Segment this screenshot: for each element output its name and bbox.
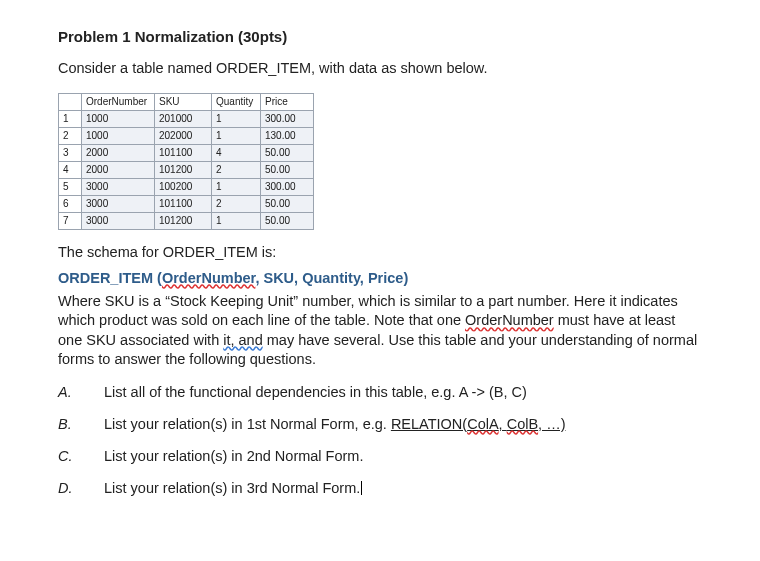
question-label: D. xyxy=(58,480,104,496)
body-it-and: it, and xyxy=(223,332,263,348)
cell-ordernumber: 3000 xyxy=(82,178,155,195)
cell-price: 130.00 xyxy=(261,127,314,144)
schema-definition: ORDER_ITEM (OrderNumber, SKU, Quantity, … xyxy=(58,270,702,286)
cell-ordernumber: 3000 xyxy=(82,212,155,229)
cell-sku: 101100 xyxy=(155,195,212,212)
cell-price: 300.00 xyxy=(261,178,314,195)
question-label: A. xyxy=(58,384,104,400)
row-number: 5 xyxy=(59,178,82,195)
qb-post: , …) xyxy=(538,416,565,432)
question-b: B. List your relation(s) in 1st Normal F… xyxy=(58,416,702,432)
row-number: 4 xyxy=(59,161,82,178)
question-label: C. xyxy=(58,448,104,464)
qb-colb: ColB xyxy=(507,416,538,432)
cell-sku: 100200 xyxy=(155,178,212,195)
cell-sku: 201000 xyxy=(155,110,212,127)
body-paragraph: Where SKU is a “Stock Keeping Unit” numb… xyxy=(58,292,702,370)
qb-relation-example: RELATION(ColA, ColB, …) xyxy=(391,416,566,432)
schema-intro: The schema for ORDER_ITEM is: xyxy=(58,244,702,260)
question-list: A. List all of the functional dependenci… xyxy=(58,384,702,496)
cell-ordernumber: 2000 xyxy=(82,144,155,161)
qb-relation: RELATION( xyxy=(391,416,467,432)
table-row: 1 1000 201000 1 300.00 xyxy=(59,110,314,127)
row-number: 3 xyxy=(59,144,82,161)
table-row: 3 2000 101100 4 50.00 xyxy=(59,144,314,161)
cell-quantity: 1 xyxy=(212,212,261,229)
question-text: List your relation(s) in 1st Normal Form… xyxy=(104,416,565,432)
question-c: C. List your relation(s) in 2nd Normal F… xyxy=(58,448,702,464)
row-number: 2 xyxy=(59,127,82,144)
cell-quantity: 1 xyxy=(212,178,261,195)
table-body: 1 1000 201000 1 300.00 2 1000 202000 1 1… xyxy=(59,110,314,229)
cell-quantity: 1 xyxy=(212,127,261,144)
qd-text: List your relation(s) in 3rd Normal Form… xyxy=(104,480,360,496)
col-header-quantity: Quantity xyxy=(212,93,261,110)
table-row: 6 3000 101100 2 50.00 xyxy=(59,195,314,212)
qb-cola: ColA xyxy=(467,416,498,432)
intro-paragraph: Consider a table named ORDER_ITEM, with … xyxy=(58,59,702,79)
problem-title: Problem 1 Normalization (30pts) xyxy=(58,28,702,45)
question-text: List your relation(s) in 3rd Normal Form… xyxy=(104,480,362,496)
qb-mid: , xyxy=(499,416,507,432)
cell-sku: 101200 xyxy=(155,161,212,178)
cell-price: 50.00 xyxy=(261,212,314,229)
cell-quantity: 1 xyxy=(212,110,261,127)
table-row: 4 2000 101200 2 50.00 xyxy=(59,161,314,178)
row-number: 1 xyxy=(59,110,82,127)
col-header-ordernumber: OrderNumber xyxy=(82,93,155,110)
cell-price: 300.00 xyxy=(261,110,314,127)
cell-price: 50.00 xyxy=(261,195,314,212)
cell-sku: 101100 xyxy=(155,144,212,161)
cell-sku: 101200 xyxy=(155,212,212,229)
question-d: D. List your relation(s) in 3rd Normal F… xyxy=(58,480,702,496)
question-label: B. xyxy=(58,416,104,432)
cell-quantity: 2 xyxy=(212,195,261,212)
table-row: 5 3000 100200 1 300.00 xyxy=(59,178,314,195)
row-number: 7 xyxy=(59,212,82,229)
cell-price: 50.00 xyxy=(261,144,314,161)
question-a: A. List all of the functional dependenci… xyxy=(58,384,702,400)
schema-pk: OrderNumber xyxy=(162,270,255,286)
cell-ordernumber: 1000 xyxy=(82,127,155,144)
qb-pre: List your relation(s) in 1st Normal Form… xyxy=(104,416,391,432)
question-text: List all of the functional dependencies … xyxy=(104,384,527,400)
cell-ordernumber: 2000 xyxy=(82,161,155,178)
table-row: 2 1000 202000 1 130.00 xyxy=(59,127,314,144)
row-number-header xyxy=(59,93,82,110)
schema-rest: , SKU, Quantity, Price) xyxy=(255,270,408,286)
schema-prefix: ORDER_ITEM ( xyxy=(58,270,162,286)
col-header-price: Price xyxy=(261,93,314,110)
cell-quantity: 2 xyxy=(212,161,261,178)
order-item-table: OrderNumber SKU Quantity Price 1 1000 20… xyxy=(58,93,314,230)
body-ordernumber: OrderNumber xyxy=(465,312,554,328)
cell-quantity: 4 xyxy=(212,144,261,161)
table-header-row: OrderNumber SKU Quantity Price xyxy=(59,93,314,110)
col-header-sku: SKU xyxy=(155,93,212,110)
cell-ordernumber: 1000 xyxy=(82,110,155,127)
table-row: 7 3000 101200 1 50.00 xyxy=(59,212,314,229)
row-number: 6 xyxy=(59,195,82,212)
question-text: List your relation(s) in 2nd Normal Form… xyxy=(104,448,363,464)
document-page: Problem 1 Normalization (30pts) Consider… xyxy=(0,0,760,561)
cell-sku: 202000 xyxy=(155,127,212,144)
text-cursor-icon xyxy=(361,481,362,495)
cell-ordernumber: 3000 xyxy=(82,195,155,212)
cell-price: 50.00 xyxy=(261,161,314,178)
order-item-table-wrap: OrderNumber SKU Quantity Price 1 1000 20… xyxy=(58,93,702,230)
